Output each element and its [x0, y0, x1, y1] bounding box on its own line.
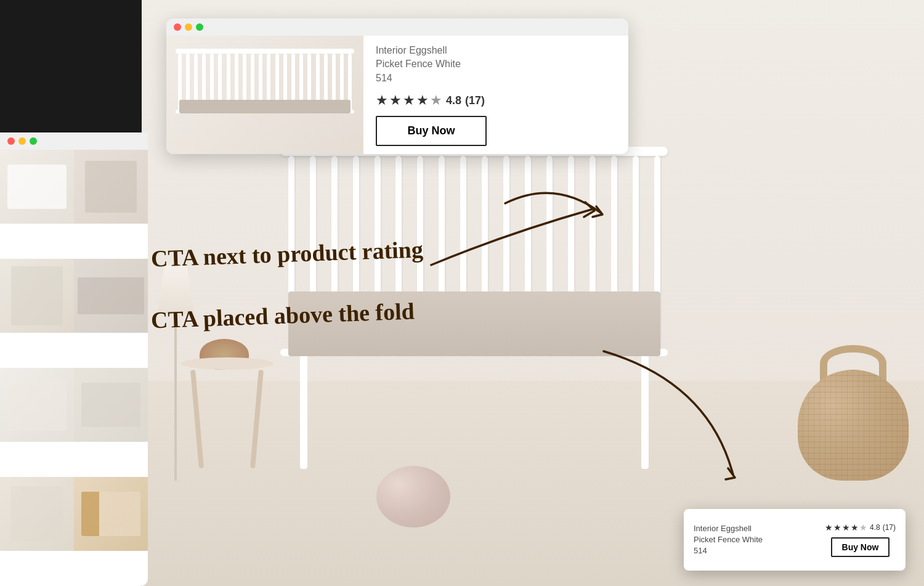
product-image-top — [166, 36, 363, 154]
thumbnail-8[interactable] — [74, 477, 148, 551]
stars-bottom: ★ ★ ★ ★ ★ — [825, 523, 867, 532]
traffic-light-red — [174, 23, 181, 31]
buy-now-button-bottom[interactable]: Buy Now — [831, 537, 890, 557]
traffic-light-green — [196, 23, 203, 31]
star-4: ★ — [416, 92, 429, 108]
dot-red — [7, 137, 15, 145]
dot-yellow — [18, 137, 26, 145]
rating-count-bottom: (17) — [883, 523, 896, 532]
star-3: ★ — [403, 92, 415, 108]
star-s2: ★ — [833, 523, 841, 532]
basket-right — [798, 345, 909, 481]
star-2: ★ — [389, 92, 402, 108]
crib-visual-top — [166, 36, 363, 154]
browser-card-bottom: Interior Eggshell Picket Fence White 514… — [684, 509, 906, 571]
sidebar-titlebar — [0, 132, 148, 150]
mini-crib — [176, 49, 354, 141]
stars-top: ★ ★ ★ ★ ★ — [376, 92, 442, 108]
dot-green — [30, 137, 37, 145]
thumbnail-2[interactable] — [74, 150, 148, 224]
product-info-top: Interior Eggshell Picket Fence White 514… — [363, 36, 628, 154]
thumbnail-5[interactable] — [0, 368, 74, 442]
thumbnail-6[interactable] — [74, 368, 148, 442]
star-1: ★ — [376, 92, 388, 108]
browser-card-top: Interior Eggshell Picket Fence White 514… — [166, 18, 628, 154]
thumbnail-grid — [0, 150, 148, 586]
thumbnail-1[interactable] — [0, 150, 74, 224]
buy-now-button-top[interactable]: Buy Now — [376, 116, 487, 146]
sidebar-browser — [0, 132, 148, 586]
rating-count-top: (17) — [465, 94, 485, 107]
star-s5: ★ — [859, 523, 867, 532]
product-info-bottom: ★ ★ ★ ★ ★ 4.8 (17) Buy Now — [825, 523, 896, 557]
rating-container-top: ★ ★ ★ ★ ★ 4.8 (17) — [376, 92, 616, 108]
star-s1: ★ — [825, 523, 833, 532]
star-s4: ★ — [851, 523, 859, 532]
star-5: ★ — [430, 92, 442, 108]
product-name-top: Interior Eggshell Picket Fence White 514 — [376, 44, 616, 85]
browser-titlebar-top — [166, 18, 628, 36]
thumbnail-4[interactable] — [74, 259, 148, 333]
rating-value-top: 4.8 — [446, 94, 461, 107]
knot-pillow — [376, 466, 450, 527]
traffic-light-yellow — [185, 23, 192, 31]
thumbnail-7[interactable] — [0, 477, 74, 551]
product-name-bottom: Interior Eggshell Picket Fence White 514 — [694, 523, 817, 557]
rating-value-bottom: 4.8 — [870, 523, 880, 532]
star-s3: ★ — [842, 523, 850, 532]
browser-content-top: Interior Eggshell Picket Fence White 514… — [166, 36, 628, 154]
thumbnail-3[interactable] — [0, 259, 74, 333]
main-crib — [259, 147, 690, 469]
